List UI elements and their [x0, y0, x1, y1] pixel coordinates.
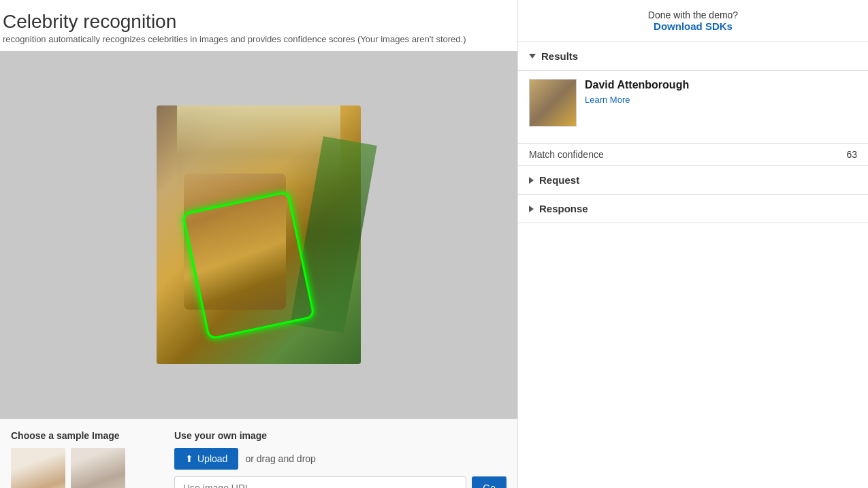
results-content: David Attenborough Learn More — [518, 71, 868, 144]
bottom-controls: Choose a sample Image Use your own image… — [0, 419, 517, 488]
upload-icon: ⬆ — [185, 453, 193, 464]
request-section-header[interactable]: Request — [518, 166, 868, 195]
results-section-header[interactable]: Results — [518, 42, 868, 71]
image-display-area — [0, 51, 517, 419]
sample-thumb-1[interactable] — [11, 448, 65, 488]
sample-images-list — [11, 448, 161, 488]
upload-section: Use your own image ⬆ Upload or drag and … — [174, 430, 507, 488]
confidence-row: Match confidence 63 — [518, 144, 868, 166]
response-section-title: Response — [539, 203, 588, 214]
download-sdks-link[interactable]: Download SDKs — [654, 20, 733, 32]
upload-button-label: Upload — [197, 453, 227, 464]
result-info: David Attenborough Learn More — [585, 79, 857, 105]
sdk-banner: Done with the demo? Download SDKs — [518, 0, 868, 42]
url-input[interactable] — [174, 476, 466, 488]
match-confidence-label: Match confidence — [529, 149, 604, 160]
right-panel: Done with the demo? Download SDKs Result… — [517, 0, 868, 488]
upload-controls: ⬆ Upload or drag and drop — [174, 448, 507, 470]
sample-thumb-2[interactable] — [71, 448, 125, 488]
done-text: Done with the demo? — [528, 10, 858, 20]
page-title: Celebrity recognition — [0, 11, 517, 33]
sample-section-label: Choose a sample Image — [11, 430, 161, 441]
match-confidence-value: 63 — [846, 149, 857, 160]
result-item: David Attenborough Learn More — [529, 79, 857, 127]
request-section-title: Request — [539, 174, 579, 186]
results-collapse-icon — [529, 54, 536, 59]
result-thumbnail — [529, 79, 577, 127]
url-row: Go — [174, 476, 507, 488]
upload-section-label: Use your own image — [174, 430, 507, 441]
page-subtitle: recognition automatically recognizes cel… — [0, 33, 517, 46]
celebrity-name: David Attenborough — [585, 79, 857, 91]
request-expand-icon — [529, 177, 534, 184]
upload-button[interactable]: ⬆ Upload — [174, 448, 238, 470]
go-button[interactable]: Go — [472, 476, 507, 488]
response-section-header[interactable]: Response — [518, 195, 868, 223]
learn-more-link[interactable]: Learn More — [585, 95, 630, 105]
results-section-title: Results — [541, 50, 578, 62]
image-container — [157, 105, 361, 364]
response-expand-icon — [529, 206, 534, 212]
sample-section: Choose a sample Image — [11, 430, 161, 488]
page-header: Celebrity recognition recognition automa… — [0, 0, 517, 51]
drag-drop-text: or drag and drop — [245, 453, 316, 464]
